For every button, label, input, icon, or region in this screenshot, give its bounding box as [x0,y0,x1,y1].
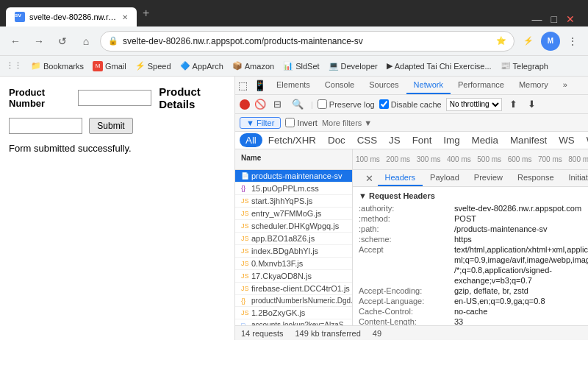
hp-tab-preview[interactable]: Preview [467,170,510,186]
tab-label: svelte-dev-80286.nw.r.appspot.com [29,13,118,21]
invert-checkbox[interactable] [285,118,295,127]
developer-icon: 💻 [329,61,339,71]
disable-cache-label[interactable]: Disable cache [379,99,442,109]
new-tab-btn[interactable]: + [137,7,155,20]
record-btn[interactable] [240,99,250,110]
request-item-11[interactable]: JS 1.2BoZxyGK.js [235,307,352,319]
type-wasm[interactable]: Wasm [581,133,588,147]
extensions-btn[interactable]: ⚡ [519,32,538,51]
type-doc[interactable]: Doc [322,133,351,147]
panel-close-btn[interactable]: ✕ [365,173,373,184]
request-item-7[interactable]: JS 0.Mxnvb13F.js [235,258,352,270]
active-tab[interactable]: sv svelte-dev-80286.nw.r.appspot.com ✕ [6,7,137,26]
tab-memory[interactable]: Memory [512,77,556,94]
tab-elements[interactable]: Elements [269,77,318,94]
devtools-device-btn[interactable]: 📱 [251,77,269,94]
maximize-btn[interactable]: □ [550,12,559,26]
preserve-log-label[interactable]: Preserve log [318,99,375,109]
type-font[interactable]: Font [406,133,438,147]
network-toolbar: 🚫 ⊟ 🔍 | Preserve log Disable cache No th… [235,95,588,114]
hp-tab-response[interactable]: Response [510,170,562,186]
type-media[interactable]: Media [466,133,504,147]
request-item-10[interactable]: {} productNumberIsNumeric.Dgd... [235,295,352,307]
filter-btn[interactable]: ▼ Filter [240,117,281,129]
preserve-log-checkbox[interactable] [318,99,327,109]
headers-panel-tabs: ✕ Headers Payload Preview Response Initi… [353,170,588,187]
search-btn[interactable]: 🔍 [289,97,306,111]
taichi-icon: ▶ [387,61,392,71]
hp-tab-payload[interactable]: Payload [423,170,467,186]
close-window-btn[interactable]: ✕ [564,12,576,26]
throttle-select[interactable]: No throttling [446,98,502,111]
request-item-12[interactable]: □ accounts.lookup?key=AlzaS... [235,319,352,325]
header-row-accept-cont3: exchange;v=b3;q=0.7 [359,275,588,286]
bookmark-developer[interactable]: 💻 Developer [329,61,378,71]
tab-more[interactable]: » [556,77,575,94]
speed-icon: ⚡ [135,61,146,71]
hp-tab-headers[interactable]: Headers [378,170,423,186]
doc-icon: 📄 [241,172,248,180]
export-btn[interactable]: ⬇ [525,97,539,111]
forward-btn[interactable]: → [29,32,49,51]
request-item-9[interactable]: JS firebase-client.DCC4trO1.js [235,283,352,295]
bookmark-gmail[interactable]: M Gmail [93,61,126,71]
type-manifest[interactable]: Manifest [504,133,553,147]
import-btn[interactable]: ⬆ [506,97,520,111]
bookmarks-menu-icon[interactable]: ⋮⋮ [6,61,22,71]
tab-performance[interactable]: Performance [451,77,512,94]
type-ws[interactable]: WS [553,133,580,147]
request-item-0[interactable]: 📄 products-maintenance-sv [235,170,352,183]
tab-sources[interactable]: Sources [362,77,406,94]
submit-button[interactable]: Submit [89,118,132,134]
request-headers-title[interactable]: ▼ Request Headers [359,191,588,200]
request-item-1[interactable]: {} 15.puOpPPLm.css [235,183,352,195]
bookmark-taichi[interactable]: ▶ Adapted Tai Chi Exercise... [387,61,492,71]
requests-count: 14 requests [241,329,283,338]
type-js[interactable]: JS [383,133,406,147]
bookmark-telegraph[interactable]: 📰 Telegraph [501,61,548,71]
request-headers-section: ▼ Request Headers :authority: svelte-dev… [353,187,588,325]
bookmark-sldset[interactable]: 📊 SldSet [283,61,319,71]
bookmark-amazon[interactable]: 📦 Amazon [232,61,274,71]
hp-tab-initiator[interactable]: Initiator [562,170,588,186]
minimize-btn[interactable]: — [531,12,544,26]
disable-cache-checkbox[interactable] [379,99,389,109]
tab-console[interactable]: Console [318,77,362,94]
profile-btn[interactable]: M [541,32,560,51]
header-row-accept-cont1: ml;q=0.9,image/avif,image/webp,image/apn… [359,255,588,265]
type-css[interactable]: CSS [351,133,383,147]
header-row-accept: Accept text/html,application/xhtml+xml,a… [359,244,588,255]
invert-label[interactable]: Invert [285,118,318,127]
home-btn[interactable]: ⌂ [76,32,96,51]
js-icon-6: JS [241,260,248,267]
clear-btn[interactable]: 🚫 [254,99,266,110]
js-icon-2: JS [241,210,248,217]
bookmark-bookmarks[interactable]: 📁 Bookmarks [31,61,84,71]
secondary-input[interactable] [9,118,82,134]
devtools-panel: ⬚ 📱 Elements Console Sources Network Per… [235,77,588,340]
request-item-2[interactable]: JS start.3jhhYqPS.js [235,195,352,208]
js-icon-10: JS [241,309,248,316]
type-img[interactable]: Img [437,133,465,147]
tab-close-btn[interactable]: ✕ [122,13,128,21]
back-btn[interactable]: ← [6,32,25,51]
filter-toggle-btn[interactable]: ⊟ [270,97,284,111]
bookmark-apparch[interactable]: 🔷 AppArch [180,61,223,71]
request-item-6[interactable]: JS index.BDgAbhYl.js [235,245,352,258]
menu-btn[interactable]: ⋮ [563,32,582,51]
request-item-8[interactable]: JS 17.CkyaOD8N.js [235,270,352,283]
apparch-icon: 🔷 [180,61,190,71]
request-item-3[interactable]: JS entry_w7FMMoG.js [235,208,352,220]
reload-btn[interactable]: ↺ [53,32,72,51]
bookmark-speed[interactable]: ⚡ Speed [135,61,171,71]
request-item-4[interactable]: JS scheduler.DHKgWpgq.js [235,220,352,233]
address-bar[interactable]: 🔒 svelte-dev-80286.nw.r.appspot.com/prod… [100,31,514,52]
type-all[interactable]: All [240,133,262,147]
type-fetch[interactable]: Fetch/XHR [262,133,322,147]
tab-network[interactable]: Network [406,77,451,94]
request-item-5[interactable]: JS app.BZO1a8Z6.js [235,233,352,245]
devtools-inspect-btn[interactable]: ⬚ [235,77,251,94]
headers-panel: ✕ Headers Payload Preview Response Initi… [353,170,588,325]
name-col-header[interactable]: Name [235,149,353,169]
product-number-input[interactable] [78,90,151,106]
